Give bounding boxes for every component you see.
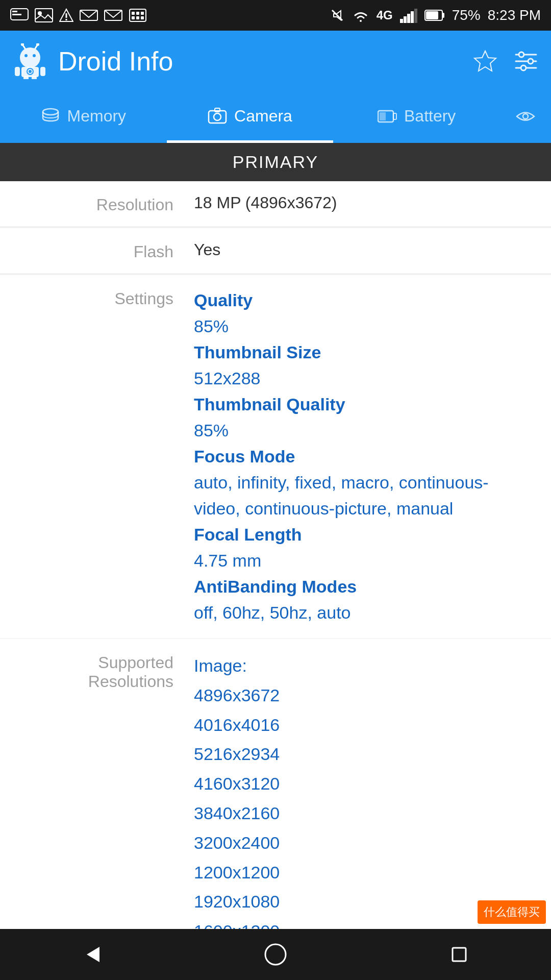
camera-tab-icon [208, 107, 227, 126]
tab-camera[interactable]: Camera [167, 92, 334, 143]
back-button[interactable] [61, 934, 122, 975]
svg-rect-37 [32, 76, 37, 79]
svg-rect-12 [136, 12, 139, 15]
flash-row: Flash Yes [0, 228, 551, 274]
time-display: 8:23 PM [488, 7, 541, 23]
thumbnail-quality-label: Thumbnail Quality [194, 391, 531, 418]
svg-point-28 [33, 54, 36, 57]
svg-rect-24 [426, 11, 438, 19]
svg-rect-2 [12, 14, 21, 15]
thumbnail-size-value: 512x288 [194, 365, 531, 391]
resolution-item: 3840x2160 [194, 799, 531, 828]
svg-rect-35 [40, 67, 45, 76]
resolutions-header: Image: [194, 651, 531, 681]
resolution-value: 18 MP (4896x3672) [194, 193, 531, 212]
svg-point-49 [214, 113, 221, 120]
back-icon [79, 942, 105, 967]
flash-value: Yes [194, 240, 531, 259]
thumbnail-size-label: Thumbnail Size [194, 339, 531, 365]
svg-rect-11 [132, 12, 135, 15]
tab-bar: Memory Camera Battery [0, 92, 551, 143]
gallery-icon [35, 8, 53, 22]
svg-rect-3 [35, 9, 53, 22]
resolution-row: Resolution 18 MP (4896x3672) [0, 181, 551, 227]
resolutions-content: Image: 4896x36724016x40165216x29344160x3… [194, 651, 531, 976]
svg-rect-13 [141, 12, 144, 15]
tab-eye[interactable] [500, 92, 551, 143]
camera-tab-label: Camera [234, 107, 292, 126]
thumbnail-quality-value: 85% [194, 418, 531, 444]
svg-point-54 [523, 114, 528, 119]
svg-point-27 [24, 54, 28, 57]
antibanding-label: AntiBanding Modes [194, 574, 531, 600]
recents-button[interactable] [429, 934, 490, 975]
battery-tab-label: Battery [404, 107, 456, 126]
quality-value: 85% [194, 313, 531, 339]
eye-tab-icon [516, 107, 535, 126]
svg-rect-6 [66, 13, 67, 18]
bookmark-icon[interactable] [472, 48, 498, 74]
svg-rect-34 [15, 67, 20, 76]
mute-icon [330, 8, 345, 23]
resolution-item: 3200x2400 [194, 828, 531, 858]
section-header: PRIMARY [0, 143, 551, 181]
settings-content: Quality 85% Thumbnail Size 512x288 Thumb… [194, 287, 531, 626]
battery-tab-icon [378, 107, 397, 126]
tab-battery[interactable]: Battery [333, 92, 500, 143]
quality-label: Quality [194, 287, 531, 313]
svg-rect-14 [132, 16, 135, 19]
app-logo [12, 43, 48, 79]
svg-rect-7 [66, 19, 67, 20]
flash-label: Flash [20, 240, 194, 261]
svg-rect-1 [12, 11, 17, 12]
wifi-icon [352, 8, 369, 23]
network-type: 4G [377, 8, 393, 22]
focus-mode-value: auto, infinity, fixed, macro, continuous… [194, 470, 531, 522]
focus-mode-label: Focus Mode [194, 444, 531, 470]
svg-point-47 [43, 109, 58, 115]
resolution-item: 1200x1200 [194, 858, 531, 888]
tab-memory[interactable]: Memory [0, 92, 167, 143]
focal-length-value: 4.75 mm [194, 548, 531, 574]
resolution-item: 5216x2934 [194, 740, 531, 769]
battery-percent: 75% [452, 7, 481, 23]
app-title: Droid Info [58, 46, 462, 77]
bb-icon [129, 8, 147, 22]
status-icons [10, 8, 147, 22]
svg-rect-18 [400, 19, 403, 23]
svg-rect-20 [407, 14, 410, 23]
filter-icon[interactable] [513, 48, 539, 74]
svg-rect-57 [453, 948, 466, 961]
svg-rect-53 [380, 112, 386, 120]
svg-point-39 [29, 70, 32, 73]
antibanding-value: off, 60hz, 50hz, auto [194, 600, 531, 626]
svg-point-56 [265, 944, 286, 965]
float-button[interactable]: 什么值得买 [478, 900, 546, 924]
toolbar-actions [472, 48, 539, 74]
home-icon [263, 942, 288, 967]
svg-rect-19 [404, 16, 407, 23]
status-bar: 4G 75% 8:23 PM [0, 0, 551, 31]
recents-icon [446, 942, 472, 967]
svg-rect-21 [411, 11, 414, 23]
svg-marker-40 [474, 51, 496, 71]
settings-label: Settings [20, 287, 194, 308]
svg-rect-52 [393, 113, 396, 119]
svg-point-46 [521, 65, 526, 70]
svg-rect-15 [136, 16, 139, 19]
status-right: 4G 75% 8:23 PM [330, 7, 541, 23]
svg-point-26 [20, 47, 40, 68]
svg-point-44 [519, 52, 524, 57]
email2-icon [104, 8, 122, 22]
svg-rect-10 [130, 9, 146, 21]
resolution-item: 4016x4016 [194, 710, 531, 740]
bottom-nav [0, 929, 551, 980]
resolution-item: 4160x3120 [194, 769, 531, 799]
settings-row: Settings Quality 85% Thumbnail Size 512x… [0, 275, 551, 638]
email-icon [80, 8, 98, 22]
home-button[interactable] [245, 934, 306, 975]
section-title: PRIMARY [233, 152, 318, 172]
memory-tab-icon [41, 107, 60, 126]
svg-rect-16 [141, 16, 144, 19]
svg-point-4 [38, 11, 42, 15]
